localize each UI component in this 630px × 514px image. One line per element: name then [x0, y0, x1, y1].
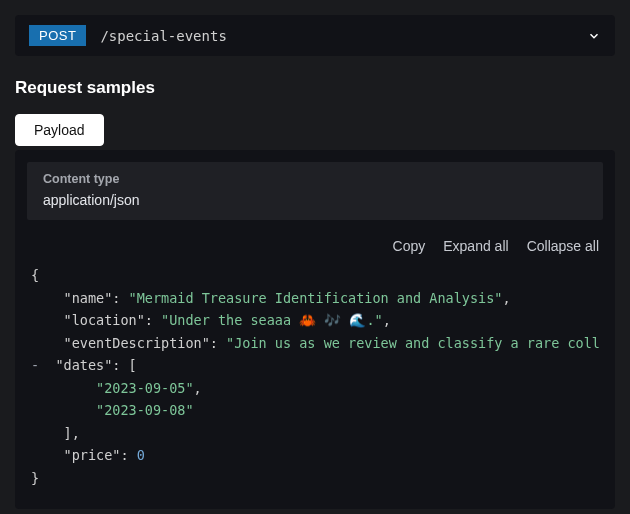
collapse-toggle-icon[interactable]: - [31, 357, 39, 373]
chevron-down-icon [587, 29, 601, 43]
json-value-price: 0 [137, 447, 145, 463]
json-key-dates: "dates" [55, 357, 112, 373]
endpoint-path: /special-events [100, 28, 587, 44]
code-actions: Copy Expand all Collapse all [15, 220, 615, 264]
content-type-value: application/json [43, 192, 587, 208]
json-code-block: { "name": "Mermaid Treasure Identificati… [15, 264, 615, 489]
sample-panel: Content type application/json Copy Expan… [15, 150, 615, 509]
json-value-date-1: "2023-09-08" [96, 402, 194, 418]
copy-button[interactable]: Copy [393, 238, 426, 254]
json-value-date-0: "2023-09-05" [96, 380, 194, 396]
tab-payload[interactable]: Payload [15, 114, 104, 146]
json-value-eventdescription: "Join us as we review and classify a rar… [226, 335, 600, 351]
json-key-location: "location" [64, 312, 145, 328]
json-key-name: "name" [64, 290, 113, 306]
endpoint-bar[interactable]: POST /special-events [15, 15, 615, 56]
json-key-price: "price" [64, 447, 121, 463]
tab-row: Payload [15, 114, 615, 146]
json-value-location: "Under the seaaa 🦀 🎶 🌊." [161, 312, 383, 328]
json-value-name: "Mermaid Treasure Identification and Ana… [129, 290, 503, 306]
method-badge: POST [29, 25, 86, 46]
content-type-box: Content type application/json [27, 162, 603, 220]
content-type-label: Content type [43, 172, 587, 186]
collapse-all-button[interactable]: Collapse all [527, 238, 599, 254]
json-key-eventdescription: "eventDescription" [64, 335, 210, 351]
expand-all-button[interactable]: Expand all [443, 238, 508, 254]
section-title-request-samples: Request samples [15, 78, 615, 98]
